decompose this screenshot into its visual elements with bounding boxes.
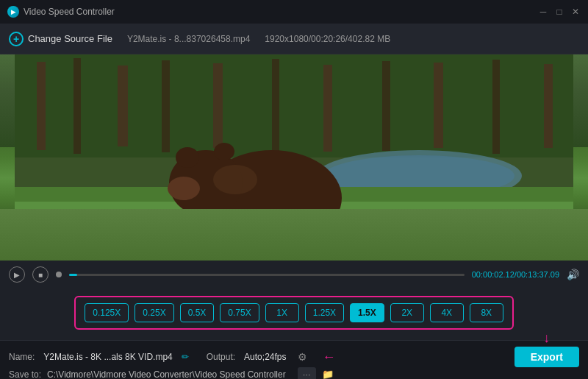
timeline-progress [69, 274, 77, 276]
change-source-button[interactable]: + Change Source File [9, 32, 112, 46]
time-display: 00:00:02.12/00:13:37.09 [472, 270, 559, 279]
svg-rect-5 [162, 60, 170, 152]
toolbar: + Change Source File Y2Mate.is - 8...837… [0, 24, 588, 54]
save-path: C:\Vidmore\Vidmore Video Converter\Video… [47, 369, 286, 380]
maximize-button[interactable]: □ [554, 7, 564, 17]
svg-point-24 [300, 224, 332, 249]
speed-btn-025[interactable]: 0.25X [135, 303, 173, 322]
bottom-save-row: Save to: C:\Vidmore\Vidmore Video Conver… [9, 367, 579, 379]
svg-rect-12 [544, 64, 553, 148]
add-circle-icon: + [9, 32, 24, 46]
video-frame [0, 54, 588, 261]
playback-controls: ▶ ■ 00:00:02.12/00:13:37.09 🔊 [0, 261, 588, 288]
play-button[interactable]: ▶ [9, 266, 25, 283]
speed-btn-2[interactable]: 2X [390, 303, 424, 322]
file-name: Y2Mate.is - 8...837026458.mp4 [127, 34, 250, 44]
speed-btn-0125[interactable]: 0.125X [85, 303, 129, 322]
svg-rect-7 [272, 59, 279, 155]
app-icon: ▶ [7, 6, 19, 18]
svg-rect-4 [118, 65, 128, 146]
settings-icon[interactable]: ⚙ [298, 351, 307, 363]
folder-icon[interactable]: 📁 [322, 369, 334, 379]
bottom-bar: Name: Y2Mate.is - 8K ...als 8K VID.mp4 ✏… [0, 340, 588, 379]
speed-btn-1[interactable]: 1X [265, 303, 299, 322]
stop-button[interactable]: ■ [32, 266, 49, 283]
svg-point-21 [168, 177, 200, 200]
edit-icon[interactable]: ✏ [182, 352, 189, 362]
speed-btn-125[interactable]: 1.25X [305, 303, 344, 322]
output-label: Output: [207, 352, 235, 362]
timeline-track[interactable] [69, 274, 465, 276]
name-label: Name: [9, 352, 35, 362]
speed-buttons-group: 0.125X 0.25X 0.5X 0.75X 1X 1.25X 1.5X 2X… [74, 296, 514, 330]
export-button[interactable]: Export [514, 347, 579, 367]
svg-point-23 [259, 227, 292, 250]
more-button[interactable]: ··· [298, 367, 316, 379]
svg-point-19 [176, 147, 199, 168]
svg-rect-6 [213, 63, 223, 148]
svg-point-26 [213, 165, 257, 194]
speed-btn-05[interactable]: 0.5X [180, 303, 215, 322]
timeline-dot [56, 272, 62, 277]
change-source-label: Change Source File [28, 33, 112, 44]
volume-icon[interactable]: 🔊 [567, 269, 579, 280]
bottom-top-row: Name: Y2Mate.is - 8K ...als 8K VID.mp4 ✏… [9, 347, 579, 367]
title-bar-left: ▶ Video Speed Controller [7, 6, 115, 18]
svg-point-22 [219, 222, 251, 248]
output-value: Auto;24fps [244, 352, 286, 362]
svg-point-25 [327, 219, 356, 243]
app-title: Video Speed Controller [24, 7, 115, 17]
svg-rect-2 [37, 62, 46, 150]
speed-section: 0.125X 0.25X 0.5X 0.75X 1X 1.25X 1.5X 2X… [0, 288, 588, 340]
name-value: Y2Mate.is - 8K ...als 8K VID.mp4 [43, 352, 172, 362]
title-bar: ▶ Video Speed Controller ─ □ ✕ [0, 0, 588, 24]
close-button[interactable]: ✕ [570, 7, 581, 17]
svg-point-20 [214, 143, 234, 160]
svg-rect-11 [492, 60, 500, 154]
save-label: Save to: [9, 369, 41, 380]
svg-rect-10 [434, 63, 443, 148]
minimize-button[interactable]: ─ [538, 7, 548, 17]
video-preview [0, 54, 588, 261]
window-controls: ─ □ ✕ [538, 7, 581, 17]
svg-rect-8 [323, 65, 332, 152]
speed-btn-4[interactable]: 4X [430, 303, 464, 322]
arrow-left-indicator: ← [322, 350, 335, 365]
svg-rect-16 [15, 202, 573, 261]
svg-rect-9 [382, 61, 390, 151]
speed-btn-075[interactable]: 0.75X [220, 303, 259, 322]
speed-btn-15[interactable]: 1.5X [350, 303, 384, 322]
svg-rect-1 [15, 54, 573, 157]
speed-btn-8[interactable]: 8X [470, 303, 503, 322]
file-meta: 1920x1080/00:20:26/402.82 MB [265, 34, 390, 44]
bear-svg [0, 54, 588, 261]
svg-rect-3 [74, 58, 81, 154]
